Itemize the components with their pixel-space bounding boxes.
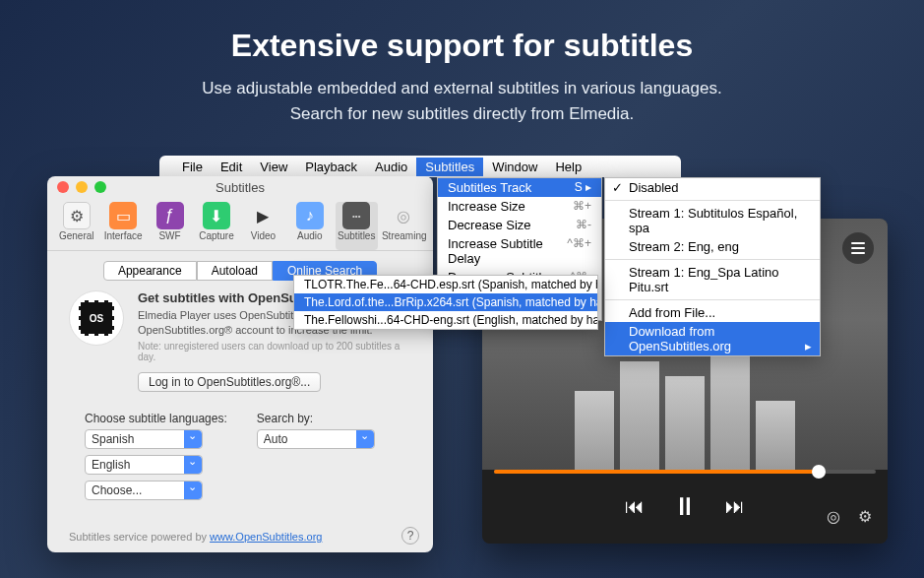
lang-label: Choose subtitle languages: (85, 412, 227, 425)
prev-button[interactable]: ⏮ (625, 495, 645, 518)
footer-link[interactable]: www.OpenSubtitles.org (210, 531, 322, 543)
os-note: Note: unregistered users can download up… (138, 341, 411, 362)
menu-window[interactable]: Window (483, 158, 546, 176)
menu-playback[interactable]: Playback (296, 158, 366, 176)
player-controls: ⏮ ⏸ ⏭ ◎ ⚙ (482, 470, 888, 544)
menu-edit[interactable]: Edit (212, 158, 251, 176)
hero-subtitle: Use adjustable embedded and external sub… (0, 64, 924, 126)
menu-help[interactable]: Help (546, 158, 590, 176)
help-button[interactable]: ? (401, 527, 419, 545)
mi-stream3[interactable]: Stream 1: Eng_Spa Latino Pitu.srt (605, 263, 820, 296)
subtab-autoload[interactable]: Autoload (197, 261, 273, 281)
progress-bar[interactable] (494, 470, 876, 474)
subtitles-track-submenu: Disabled Stream 1: Subtitulos Español, s… (604, 177, 821, 356)
opensubtitles-logo: OS (69, 290, 124, 346)
zoom-button[interactable] (94, 181, 106, 193)
minimize-button[interactable] (76, 181, 88, 193)
result-item[interactable]: The.Fellowshi...64-CHD-eng.srt (English,… (294, 311, 597, 329)
tab-video[interactable]: ▶Video (242, 202, 284, 250)
lang-select-1[interactable]: Spanish (85, 429, 203, 449)
tab-capture[interactable]: ⬇Capture (195, 202, 237, 250)
pause-button[interactable]: ⏸ (672, 491, 698, 522)
mi-stream1[interactable]: Stream 1: Subtitulos Español, spa (605, 204, 820, 237)
pref-toolbar: ⚙General ▭Interface ƒSWF ⬇Capture ▶Video… (47, 198, 433, 251)
login-button[interactable]: Log in to OpenSubtitles.org®... (138, 372, 321, 392)
tab-audio[interactable]: ♪Audio (288, 202, 331, 250)
search-label: Search by: (257, 412, 375, 425)
menu-file[interactable]: File (173, 158, 212, 176)
menu-subtitles[interactable]: Subtitles (416, 158, 483, 176)
preferences-window: Subtitles ⚙General ▭Interface ƒSWF ⬇Capt… (47, 176, 433, 552)
menu-view[interactable]: View (251, 158, 296, 176)
mi-increase-size[interactable]: Increase Size⌘+ (438, 197, 601, 216)
menu-audio[interactable]: Audio (366, 158, 416, 176)
mi-increase-delay[interactable]: Increase Subtitle Delay^⌘+ (438, 234, 601, 268)
result-item[interactable]: The.Lord.of.the...BrRip.x264.srt (Spanis… (294, 293, 597, 311)
tab-subtitles[interactable]: •••Subtitles (336, 202, 378, 250)
mi-download-opensubtitles[interactable]: Download from OpenSubtitles.org (605, 322, 820, 355)
playlist-icon[interactable] (842, 232, 874, 264)
next-button[interactable]: ⏭ (725, 495, 745, 518)
subtitle-results-popup: TLOTR.The.Fe...64-CHD.esp.srt (Spanish, … (293, 275, 598, 330)
lang-select-3[interactable]: Choose... (85, 481, 203, 500)
mi-stream2[interactable]: Stream 2: Eng, eng (605, 237, 820, 256)
close-button[interactable] (57, 181, 69, 193)
tab-general[interactable]: ⚙General (55, 202, 97, 250)
tab-streaming[interactable]: ◎Streaming (382, 202, 425, 250)
tab-interface[interactable]: ▭Interface (101, 202, 144, 250)
mi-subtitles-track[interactable]: Subtitles TrackS ▸ (438, 178, 601, 197)
airplay-icon[interactable]: ◎ (827, 507, 840, 526)
subtab-appearance[interactable]: Appearance (103, 261, 197, 281)
search-by-select[interactable]: Auto (257, 429, 375, 449)
mi-decrease-size[interactable]: Decrease Size⌘- (438, 216, 601, 234)
mi-add-from-file[interactable]: Add from File... (605, 303, 820, 322)
hero-title: Extensive support for subtitles (0, 0, 924, 64)
lang-select-2[interactable]: English (85, 455, 203, 475)
result-item[interactable]: TLOTR.The.Fe...64-CHD.esp.srt (Spanish, … (294, 276, 597, 293)
app-menubar: File Edit View Playback Audio Subtitles … (159, 156, 681, 177)
footer-text: Subtitles service powered by www.OpenSub… (69, 531, 322, 543)
mi-disabled[interactable]: Disabled (605, 178, 820, 197)
tab-swf[interactable]: ƒSWF (149, 202, 191, 250)
settings-icon[interactable]: ⚙ (858, 507, 872, 526)
